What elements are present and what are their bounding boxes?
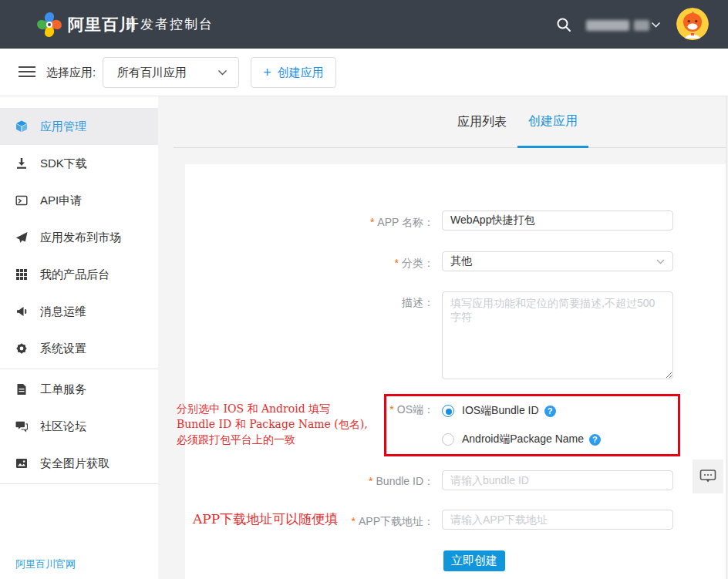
feedback-widget-button[interactable] (693, 459, 723, 493)
category-label: *分类： (395, 257, 434, 271)
download-url-annotation-note: APP下载地址可以随便填 (193, 510, 338, 527)
sidebar-divider (0, 369, 158, 369)
download-url-input[interactable] (442, 510, 673, 530)
top-header: 阿里百川 开发者控制台 (0, 0, 728, 49)
send-icon (15, 231, 28, 244)
chevron-down-icon (217, 69, 228, 76)
cube-icon (15, 120, 28, 133)
sidebar: 应用管理 SDK下载 API申请 应用发布到市场 我的产品后台 (0, 96, 158, 579)
sidebar-item-system-settings[interactable]: 系统设置 (0, 330, 158, 367)
plus-icon: + (263, 66, 271, 79)
radio-android-package-name[interactable]: Android端Package Name ? (442, 433, 601, 446)
sidebar-item-product-backend[interactable]: 我的产品后台 (0, 256, 158, 293)
required-star: * (369, 475, 372, 487)
sidebar-item-security-image[interactable]: 安全图片获取 (0, 445, 158, 482)
category-selected-value: 其他 (450, 254, 656, 268)
create-app-button[interactable]: + 创建应用 (251, 57, 336, 88)
bundle-id-label: *Bundle ID： (369, 475, 434, 489)
os-annotation-note: 分别选中 IOS 和 Android 填写 Bundle ID 和 Packag… (177, 401, 388, 447)
app-dropdown[interactable]: 所有百川应用 (103, 57, 239, 88)
hamburger-menu-icon[interactable] (19, 66, 35, 79)
feedback-bubble-icon (699, 469, 716, 484)
gear-icon (15, 342, 28, 355)
chevron-down-icon[interactable] (651, 22, 661, 29)
create-now-button[interactable]: 立即创建 (443, 550, 505, 571)
bundle-id-input[interactable] (442, 470, 673, 490)
sidebar-item-community-forum[interactable]: 社区论坛 (0, 408, 158, 445)
scrollbar-track[interactable] (726, 96, 727, 579)
description-label: 描述： (402, 296, 434, 310)
grid-icon (15, 268, 28, 281)
sidebar-divider (0, 483, 158, 484)
chat-icon (15, 420, 28, 433)
page-title: 开发者控制台 (126, 0, 214, 49)
select-app-label: 选择应用: (46, 49, 96, 96)
api-window-icon (15, 194, 28, 207)
official-site-link[interactable]: 阿里百川官网 (15, 557, 76, 571)
download-icon (15, 157, 28, 170)
sidebar-item-ticket-service[interactable]: 工单服务 (0, 371, 158, 408)
sidebar-item-app-management[interactable]: 应用管理 (0, 108, 158, 145)
chevron-down-icon (656, 259, 665, 264)
tab-create-app[interactable]: 创建应用 (517, 96, 588, 148)
username-masked[interactable] (586, 20, 649, 31)
tab-app-list[interactable]: 应用列表 (447, 96, 517, 148)
app-name-label: *APP 名称： (370, 216, 434, 230)
radio-ios-bundle-id[interactable]: IOS端Bundle ID ? (442, 404, 556, 418)
download-url-label: *APP下载地址： (352, 515, 434, 529)
description-textarea[interactable] (442, 291, 673, 379)
question-help-icon[interactable]: ? (589, 434, 601, 446)
sidebar-item-sdk-download[interactable]: SDK下载 (0, 145, 158, 182)
category-select[interactable]: 其他 (442, 251, 673, 271)
baichuan-logo-icon (35, 11, 63, 39)
sidebar-item-api-apply[interactable]: API申请 (0, 182, 158, 219)
radio-unselected-icon[interactable] (442, 433, 454, 446)
required-star: * (389, 403, 393, 416)
document-icon (15, 383, 28, 396)
app-dropdown-value: 所有百川应用 (117, 66, 217, 80)
sidebar-item-message-ops[interactable]: 消息运维 (0, 293, 158, 330)
required-star: * (395, 257, 399, 269)
radio-selected-icon[interactable] (442, 405, 454, 417)
required-star: * (370, 216, 374, 228)
required-star: * (352, 515, 356, 527)
tabs-bar: 应用列表 创建应用 (174, 96, 726, 148)
os-label: *OS端： (389, 403, 434, 417)
image-icon (15, 457, 28, 470)
sidebar-item-publish-market[interactable]: 应用发布到市场 (0, 219, 158, 256)
search-icon[interactable] (556, 17, 571, 32)
app-name-input[interactable] (442, 210, 673, 231)
page-root: 阿里百川 开发者控制台 选择应用: (0, 0, 728, 579)
speaker-icon (15, 305, 28, 318)
question-help-icon[interactable]: ? (544, 406, 556, 417)
avatar[interactable] (676, 8, 709, 40)
